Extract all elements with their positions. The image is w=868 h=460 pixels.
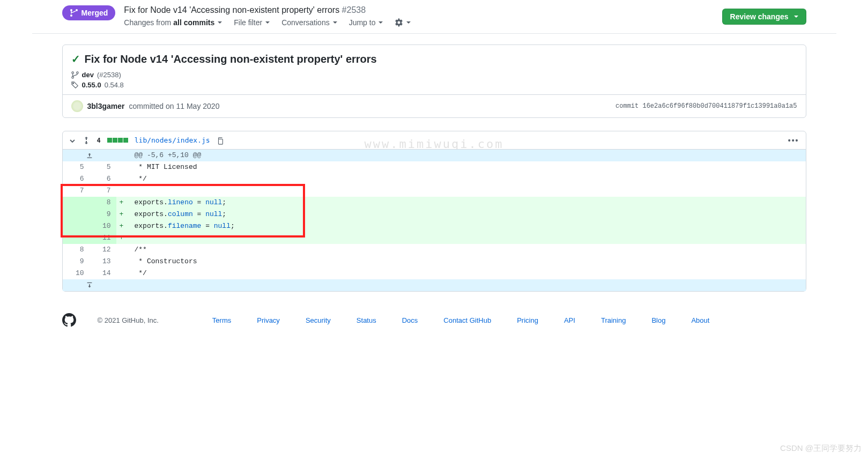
expand-down-row[interactable] [63, 279, 806, 291]
unfold-icon [82, 136, 91, 145]
change-count: 4 [97, 137, 101, 144]
new-line-num[interactable]: 7 [90, 185, 116, 197]
avatar[interactable] [71, 100, 83, 112]
tag-line: 0.55.0 0.54.8 [71, 81, 797, 89]
diffstat [107, 138, 128, 143]
file-filter[interactable]: File filter [234, 18, 270, 27]
old-line-num[interactable] [63, 220, 90, 232]
diff-marker: + [116, 220, 127, 232]
diff-marker: + [116, 232, 127, 244]
svg-point-0 [72, 83, 73, 84]
code-content: */ [127, 268, 806, 279]
caret-down-icon [218, 21, 222, 24]
new-line-num[interactable]: 5 [90, 161, 116, 173]
footer-link[interactable]: Security [306, 316, 331, 324]
commit-hash-label: commit [615, 102, 639, 110]
code-content: exports.lineno = null; [127, 197, 806, 209]
diff-marker [116, 256, 127, 268]
chevron-down-icon [69, 138, 76, 144]
old-line-num[interactable]: 8 [63, 244, 90, 256]
jump-to-filter[interactable]: Jump to [349, 18, 383, 27]
caret-down-icon [794, 16, 798, 18]
branch-ref: (#2538) [97, 71, 121, 79]
diff-table: @@ -5,6 +5,10 @@ 55 * MIT Licensed66 */7… [63, 150, 806, 291]
merge-icon [70, 9, 78, 17]
footer-link[interactable]: Training [601, 316, 626, 324]
review-changes-button[interactable]: Review changes [722, 9, 806, 25]
new-line-num[interactable]: 13 [90, 256, 116, 268]
code-content: exports.filename = null; [127, 220, 806, 232]
diff-line: 1014 */ [63, 268, 806, 279]
code-content: /** [127, 244, 806, 256]
footer-link[interactable]: Pricing [517, 316, 538, 324]
file-path[interactable]: lib/nodes/index.js [135, 136, 210, 144]
svg-rect-1 [218, 139, 222, 144]
footer-link[interactable]: About [691, 316, 709, 324]
footer-link[interactable]: Contact GitHub [443, 316, 491, 324]
diff-line: 66 */ [63, 173, 806, 185]
expand-up-icon [86, 152, 93, 159]
github-logo-icon[interactable] [62, 313, 76, 327]
branch-name[interactable]: dev [82, 71, 94, 79]
tag-bold[interactable]: 0.55.0 [82, 81, 101, 89]
diff-box: 4 lib/nodes/index.js ••• @@ -5,6 +5,10 @… [62, 131, 806, 292]
diff-marker [116, 244, 127, 256]
copy-path-button[interactable] [217, 136, 224, 145]
old-line-num[interactable]: 5 [63, 161, 90, 173]
file-menu-button[interactable]: ••• [788, 136, 799, 145]
new-line-num[interactable]: 10 [90, 220, 116, 232]
author-name[interactable]: 3bl3gamer [87, 102, 125, 110]
committed-text: committed on 11 May 2020 [129, 102, 220, 110]
diff-marker: + [116, 209, 127, 220]
code-content: exports.column = null; [127, 209, 806, 220]
caret-down-icon [406, 21, 411, 24]
conversations-filter[interactable]: Conversations [281, 18, 337, 27]
pr-number: #2538 [342, 5, 366, 14]
diff-line: 9+exports.column = null; [63, 209, 806, 220]
diff-marker [116, 173, 127, 185]
footer: © 2021 GitHub, Inc. TermsPrivacySecurity… [41, 292, 828, 338]
old-line-num[interactable] [63, 232, 90, 244]
diff-line: 55 * MIT Licensed [63, 161, 806, 173]
new-line-num[interactable]: 9 [90, 209, 116, 220]
footer-link[interactable]: Status [357, 316, 376, 324]
diff-line: 812 /** [63, 244, 806, 256]
caret-down-icon [265, 21, 270, 24]
old-line-num[interactable]: 6 [63, 173, 90, 185]
old-line-num[interactable]: 9 [63, 256, 90, 268]
changes-from-filter[interactable]: Changes from all commits [124, 18, 222, 27]
collapse-file-toggle[interactable] [69, 136, 76, 145]
footer-link[interactable]: Privacy [257, 316, 280, 324]
diff-marker [116, 185, 127, 197]
diff-settings[interactable] [395, 18, 411, 27]
new-line-num[interactable]: 6 [90, 173, 116, 185]
old-line-num[interactable]: 10 [63, 268, 90, 279]
footer-link[interactable]: API [564, 316, 575, 324]
diff-marker [116, 161, 127, 173]
new-line-num[interactable]: 11 [90, 232, 116, 244]
branch-icon [71, 71, 79, 79]
expand-up-row[interactable]: @@ -5,6 +5,10 @@ [63, 150, 806, 161]
pr-header: Merged Fix for Node v14 'Accessing non-e… [32, 0, 836, 34]
old-line-num[interactable]: 7 [63, 185, 90, 197]
tag-other[interactable]: 0.54.8 [105, 81, 124, 89]
footer-link[interactable]: Blog [651, 316, 665, 324]
code-content [127, 232, 806, 244]
diff-line: 10+exports.filename = null; [63, 220, 806, 232]
expand-all-icon[interactable] [82, 136, 91, 145]
new-line-num[interactable]: 8 [90, 197, 116, 209]
old-line-num[interactable] [63, 209, 90, 220]
diff-line: 8+exports.lineno = null; [63, 197, 806, 209]
expand-down-icon [86, 281, 93, 289]
footer-link[interactable]: Terms [212, 316, 231, 324]
footer-link[interactable]: Docs [402, 316, 418, 324]
new-line-num[interactable]: 12 [90, 244, 116, 256]
new-line-num[interactable]: 14 [90, 268, 116, 279]
caret-down-icon [379, 21, 383, 24]
caret-down-icon [333, 21, 337, 24]
pr-title: Fix for Node v14 'Accessing non-existent… [124, 5, 713, 15]
code-content [127, 185, 806, 197]
commit-box: ✓ Fix for Node v14 'Accessing non-existe… [62, 44, 806, 118]
old-line-num[interactable] [63, 197, 90, 209]
tag-icon [71, 81, 79, 89]
